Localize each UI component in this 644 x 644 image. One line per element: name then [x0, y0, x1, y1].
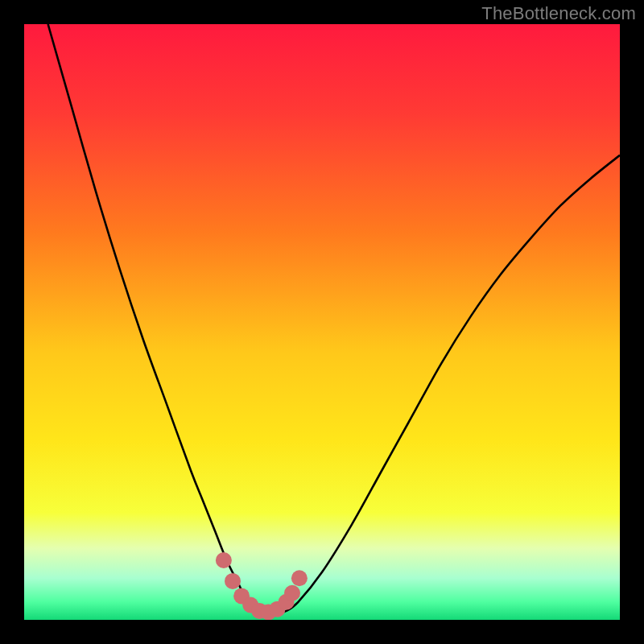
gradient-backdrop	[24, 24, 620, 620]
optimal-marker	[216, 552, 232, 568]
optimal-marker	[291, 570, 308, 586]
watermark-text: TheBottleneck.com	[481, 3, 636, 24]
plot-area	[24, 24, 620, 620]
optimal-marker	[284, 585, 300, 601]
chart-frame: TheBottleneck.com	[0, 0, 644, 644]
optimal-marker	[225, 573, 241, 589]
chart-svg	[24, 24, 620, 620]
